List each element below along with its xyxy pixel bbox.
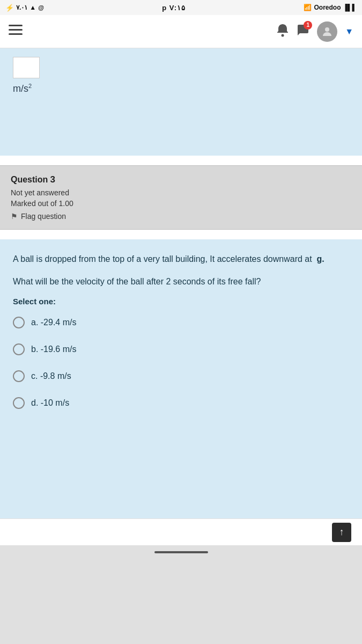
radio-button-d[interactable] <box>13 397 25 409</box>
select-one-label: Select one: <box>13 297 349 306</box>
question-info-card: Question 3 Not yet answered Marked out o… <box>0 165 362 230</box>
question-number: 3 <box>50 174 55 185</box>
radio-button-b[interactable] <box>13 343 25 355</box>
wifi-icon: 📶 <box>304 4 312 11</box>
scroll-up-button[interactable]: ↑ <box>332 523 351 542</box>
g-bold-text: g. <box>317 254 324 264</box>
option-b-label: b. -19.6 m/s <box>31 345 76 354</box>
hamburger-menu-button[interactable] <box>9 25 23 39</box>
status-bar: ⚡ ۷.۰۱ ▲ @ p V:۱۵ 📶 Ooredoo ▐▌▌ <box>0 0 362 15</box>
svg-point-4 <box>325 27 329 32</box>
data-icon: @ <box>38 4 44 11</box>
spacer-1 <box>0 156 362 165</box>
location-icon: ▲ <box>29 4 36 11</box>
flag-question-button[interactable]: ⚑ Flag question <box>11 212 351 221</box>
question-label: Question <box>11 175 48 184</box>
answer-input-box[interactable] <box>13 57 40 78</box>
answer-options-list: a. -29.4 m/s b. -19.6 m/s c. -9.8 m/s d.… <box>13 317 349 409</box>
question-content-area: A ball is dropped from the top of a very… <box>0 239 362 518</box>
flag-question-label: Flag question <box>21 212 66 221</box>
option-c[interactable]: c. -9.8 m/s <box>13 370 349 382</box>
question-text-part1: A ball is dropped from the top of a very… <box>13 254 312 264</box>
superscript-2: 2 <box>28 83 32 89</box>
unit-label: m/s2 <box>13 83 349 94</box>
option-d[interactable]: d. -10 m/s <box>13 397 349 409</box>
battery-icon: ⚡ <box>5 4 14 12</box>
status-bar-right: 📶 Ooredoo ▐▌▌ <box>304 4 357 11</box>
option-a[interactable]: a. -29.4 m/s <box>13 317 349 328</box>
radio-button-a[interactable] <box>13 317 25 328</box>
svg-rect-2 <box>9 33 23 35</box>
status-bar-left: ⚡ ۷.۰۱ ▲ @ <box>5 4 44 12</box>
notifications-bell-button[interactable] <box>276 23 289 40</box>
question-paragraph-1: A ball is dropped from the top of a very… <box>13 252 349 266</box>
svg-point-3 <box>282 34 284 36</box>
nav-right-icons: 1 ▼ <box>276 21 353 42</box>
flag-icon: ⚑ <box>11 212 18 221</box>
user-avatar[interactable] <box>317 21 337 42</box>
option-c-label: c. -9.8 m/s <box>31 371 71 381</box>
option-b[interactable]: b. -19.6 m/s <box>13 343 349 355</box>
signal-level: ۷.۰۱ <box>16 4 27 11</box>
question-paragraph-2: What will be the velocity of the ball af… <box>13 275 349 289</box>
top-navigation: 1 ▼ <box>0 15 362 48</box>
dropdown-arrow-icon[interactable]: ▼ <box>345 27 353 36</box>
status-bar-center: p V:۱۵ <box>162 4 186 12</box>
signal-bars: ▐▌▌ <box>343 4 357 11</box>
indicator-dot <box>154 551 208 553</box>
bottom-bar: ↑ <box>0 518 362 545</box>
previous-question-answer-section: m/s2 <box>0 48 362 156</box>
question-title: Question 3 <box>11 174 351 185</box>
message-badge: 1 <box>304 21 312 30</box>
scroll-up-icon: ↑ <box>339 526 344 538</box>
not-yet-answered-label: Not yet answered <box>11 188 351 197</box>
messages-button[interactable]: 1 <box>297 24 309 40</box>
option-a-label: a. -29.4 m/s <box>31 318 76 327</box>
network-text: p V:۱۵ <box>162 4 186 12</box>
marked-out-label: Marked out of 1.00 <box>11 199 351 208</box>
svg-rect-0 <box>9 25 23 26</box>
svg-rect-1 <box>9 29 23 31</box>
spacer-2 <box>0 230 362 239</box>
option-d-label: d. -10 m/s <box>31 398 69 408</box>
radio-button-c[interactable] <box>13 370 25 382</box>
bottom-indicator <box>0 545 362 559</box>
carrier-text: Ooredoo <box>314 4 341 11</box>
